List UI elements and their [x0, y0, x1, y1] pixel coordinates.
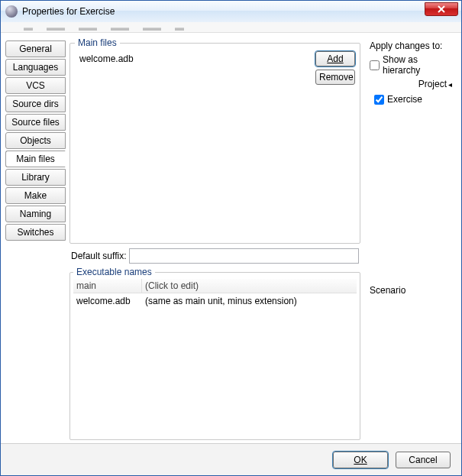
tab-naming[interactable]: Naming	[5, 206, 66, 222]
app-icon	[5, 5, 18, 18]
tree-item-label: Exercise	[387, 94, 422, 105]
default-suffix-input[interactable]	[129, 248, 359, 264]
dialog-footer: OK Cancel	[1, 443, 461, 475]
exec-row-value[interactable]: (same as main unit, minus extension)	[142, 296, 357, 306]
tree-item-exercise[interactable]: Exercise	[374, 94, 455, 105]
main-file-item[interactable]: welcome.adb	[78, 53, 309, 65]
default-suffix-label: Default suffix:	[71, 251, 126, 261]
remove-button[interactable]: Remove	[315, 70, 355, 85]
scenario-header: Scenario	[370, 285, 455, 296]
tree-item-checkbox[interactable]	[374, 95, 384, 105]
window-title: Properties for Exercise	[22, 6, 115, 17]
background-menu-shadow: ▬▬▬▬▬▬▬▬▬▬	[1, 22, 461, 33]
exec-header-hint[interactable]: (Click to edit)	[142, 279, 357, 293]
exec-row-name[interactable]: welcome.adb	[73, 296, 142, 306]
tab-make[interactable]: Make	[5, 187, 66, 204]
show-hierarchy-label: Show as hierarchy	[383, 54, 455, 76]
main-files-legend: Main files	[75, 37, 120, 48]
tab-strip: GeneralLanguagesVCSSource dirsSource fil…	[5, 37, 65, 443]
executable-names-group: Executable names main (Click to edit) we…	[69, 267, 360, 440]
properties-dialog: Properties for Exercise ▬▬▬▬▬▬▬▬▬▬ Gener…	[0, 0, 462, 476]
exec-table-header[interactable]: main (Click to edit)	[73, 279, 357, 293]
tab-languages[interactable]: Languages	[5, 59, 66, 76]
main-files-list[interactable]: welcome.adb	[75, 51, 312, 85]
add-button[interactable]: Add	[315, 51, 355, 66]
tab-library[interactable]: Library	[5, 169, 66, 186]
ok-button[interactable]: OK	[333, 452, 388, 468]
exec-header-main[interactable]: main	[73, 279, 142, 293]
exec-row[interactable]: welcome.adb(same as main unit, minus ext…	[73, 293, 357, 309]
cancel-button[interactable]: Cancel	[396, 452, 451, 468]
executable-names-legend: Executable names	[73, 267, 155, 277]
main-files-group: Main files welcome.adb Add Remove	[69, 37, 360, 244]
apply-header: Apply changes to:	[370, 40, 455, 51]
apply-panel: Apply changes to: Show as hierarchy Proj…	[365, 37, 457, 443]
tab-vcs[interactable]: VCS	[5, 77, 66, 94]
project-selector[interactable]: Project ◂	[370, 79, 452, 89]
center-panel: Main files welcome.adb Add Remove Defaul…	[68, 37, 362, 443]
tab-general[interactable]: General	[5, 40, 66, 57]
tab-source-files[interactable]: Source files	[5, 114, 66, 131]
close-button[interactable]	[425, 2, 458, 16]
tab-switches[interactable]: Switches	[5, 224, 66, 241]
tab-main-files[interactable]: Main files	[5, 151, 66, 167]
chevron-left-icon: ◂	[448, 80, 452, 89]
show-hierarchy-row[interactable]: Show as hierarchy	[370, 54, 455, 76]
exec-rows: welcome.adb(same as main unit, minus ext…	[73, 293, 357, 309]
tab-source-dirs[interactable]: Source dirs	[5, 96, 66, 112]
show-hierarchy-checkbox[interactable]	[370, 60, 380, 70]
titlebar[interactable]: Properties for Exercise	[1, 1, 461, 22]
tab-objects[interactable]: Objects	[5, 132, 66, 149]
